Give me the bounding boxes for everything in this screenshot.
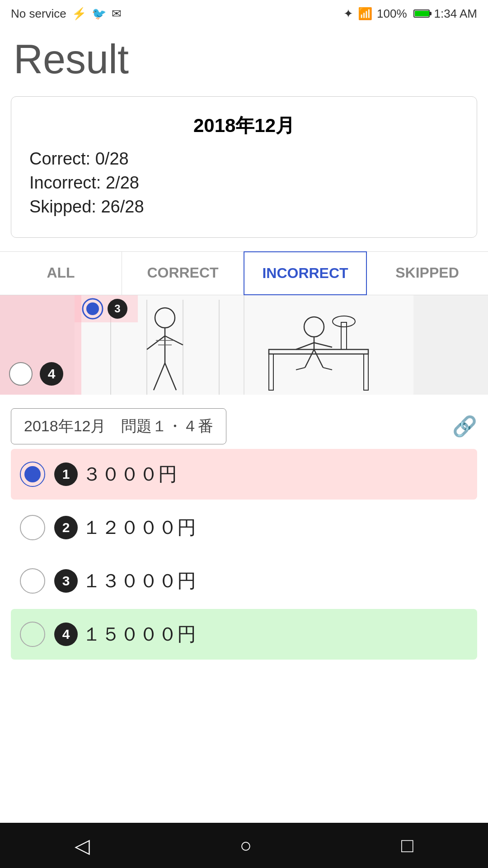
radio-inner-1	[24, 466, 41, 482]
status-left: No service ⚡ 🐦 ✉	[11, 7, 122, 21]
signal-icon: 📶	[358, 7, 372, 21]
option-text-2: 2 １２０００円	[54, 515, 196, 540]
image-option-4: 4	[9, 362, 63, 386]
result-period: 2018年12月	[29, 113, 459, 138]
status-right: ✦ 📶 100% 1:34 AM	[343, 7, 477, 21]
tab-skipped[interactable]: SKIPPED	[366, 252, 488, 295]
option-text-3: 3 １３０００円	[54, 568, 196, 594]
tab-correct[interactable]: CORRECT	[122, 252, 244, 295]
tab-all[interactable]: ALL	[0, 252, 122, 295]
svg-point-29	[86, 302, 99, 315]
skipped-stat: Skipped: 26/28	[29, 197, 459, 217]
radio-outer-1	[20, 462, 45, 487]
question-ref: 2018年12月 問題１・４番 🔗	[11, 408, 477, 444]
back-button[interactable]: ◁	[75, 834, 90, 857]
number-badge-opt-4: 4	[54, 623, 78, 646]
battery-icon	[413, 9, 430, 18]
usb-icon: ⚡	[72, 7, 86, 21]
svg-text:3: 3	[114, 302, 120, 315]
option-text-4: 4 １５０００円	[54, 622, 196, 647]
bottom-nav: ◁ ○ □	[0, 823, 488, 868]
radio-outer-4	[20, 622, 45, 647]
number-badge-opt-2: 2	[54, 516, 78, 539]
options-list: 1 ３０００円 2 １２０００円 3 １３０００円 4 １５０００円	[0, 449, 488, 660]
option-item-1[interactable]: 1 ３０００円	[11, 449, 477, 500]
page-title: Result	[0, 27, 488, 96]
filter-tabs: ALL CORRECT INCORRECT SKIPPED	[0, 251, 488, 295]
radio-outer-2	[20, 515, 45, 540]
correct-stat: Correct: 0/28	[29, 149, 459, 169]
result-card: 2018年12月 Correct: 0/28 Incorrect: 2/28 S…	[11, 96, 477, 238]
question-ref-box: 2018年12月 問題１・４番	[11, 408, 226, 444]
no-service-text: No service	[11, 7, 66, 21]
option-item-2[interactable]: 2 １２０００円	[11, 502, 477, 553]
option-item-4[interactable]: 4 １５０００円	[11, 609, 477, 660]
home-button[interactable]: ○	[239, 834, 252, 857]
email-icon: ✉	[112, 7, 122, 21]
question-image: 3 4	[0, 295, 488, 395]
link-icon[interactable]: 🔗	[452, 415, 477, 438]
radio-outer-3	[20, 568, 45, 594]
number-badge-opt-1: 1	[54, 462, 78, 486]
option-item-3[interactable]: 3 １３０００円	[11, 556, 477, 606]
option-text-1: 1 ３０００円	[54, 462, 177, 487]
time-display: 1:34 AM	[434, 7, 477, 21]
recents-button[interactable]: □	[401, 834, 413, 857]
bluetooth-icon: ✦	[343, 7, 353, 21]
status-bar: No service ⚡ 🐦 ✉ ✦ 📶 100% 1:34 AM	[0, 0, 488, 27]
twitter-icon: 🐦	[92, 7, 106, 21]
svg-rect-27	[75, 295, 138, 322]
number-badge-4: 4	[40, 362, 63, 386]
radio-circle-4	[9, 362, 33, 386]
tab-incorrect[interactable]: INCORRECT	[244, 251, 367, 295]
number-badge-opt-3: 3	[54, 569, 78, 593]
battery-percent: 100%	[377, 7, 407, 21]
incorrect-stat: Incorrect: 2/28	[29, 173, 459, 193]
